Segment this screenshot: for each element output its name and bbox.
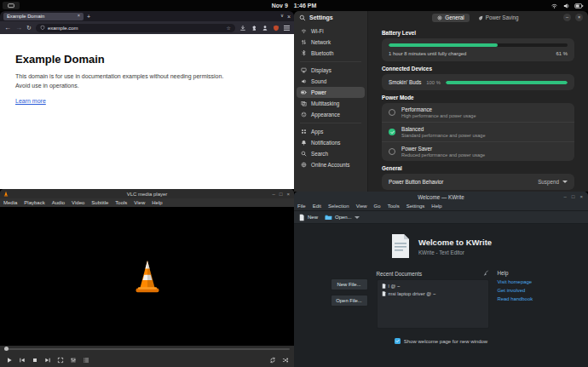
clock[interactable]: Nov 9 1:46 PM xyxy=(0,3,588,9)
radio-power-saver[interactable] xyxy=(389,148,395,155)
downloads-icon[interactable] xyxy=(239,25,246,32)
option-performance[interactable]: Performance High performance and power u… xyxy=(382,103,574,122)
help-link-handbook[interactable]: Read handbook xyxy=(498,296,552,301)
recent-item[interactable]: l @ ~ xyxy=(379,282,487,290)
list-tabs-icon[interactable]: ∨ xyxy=(280,14,284,19)
menu-settings[interactable]: Settings xyxy=(403,204,429,209)
play-button[interactable] xyxy=(3,355,14,365)
vlc-title-bar[interactable]: VLC media player – □ × xyxy=(0,189,294,198)
menu-help[interactable]: Help xyxy=(428,204,445,209)
menu-view[interactable]: View xyxy=(353,204,371,209)
tab-general[interactable]: General xyxy=(432,14,469,22)
browser-tab-bar[interactable]: Example Domain × + ∨ × xyxy=(0,11,294,21)
menu-go[interactable]: Go xyxy=(371,204,384,209)
sidebar-item-apps[interactable]: Apps xyxy=(297,126,365,137)
sidebar-item-search[interactable]: Search xyxy=(297,148,365,159)
video-area[interactable] xyxy=(0,207,294,346)
menu-view[interactable]: View xyxy=(130,200,148,205)
next-button[interactable] xyxy=(42,355,53,365)
option-power-saver[interactable]: Power Saver Reduced performance and powe… xyxy=(382,141,574,161)
power-panel: Battery Level 1 hour 8 minutes until ful… xyxy=(368,24,588,192)
device-progress-track xyxy=(446,81,568,84)
ublock-shield-icon[interactable] xyxy=(273,25,280,32)
menu-playback[interactable]: Playback xyxy=(20,200,48,205)
radio-performance[interactable] xyxy=(389,109,395,116)
checkbox-label: Show welcome page for new window xyxy=(404,339,487,344)
menu-file[interactable]: File xyxy=(294,204,309,209)
menu-subtitle[interactable]: Subtitle xyxy=(88,200,112,205)
sidebar-item-power[interactable]: Power xyxy=(297,87,365,98)
new-document-button[interactable]: New xyxy=(298,214,318,221)
settings-header-bar[interactable]: General Power Saving – × xyxy=(368,11,588,24)
stop-button[interactable] xyxy=(29,355,40,365)
sidebar-item-bluetooth[interactable]: Bluetooth xyxy=(297,48,365,59)
url-bar[interactable]: example.com ☆ xyxy=(36,24,235,32)
sidebar-item-online-accounts[interactable]: Online Accounts xyxy=(297,159,365,170)
recent-documents-list[interactable]: l @ ~ msi laptop driver @ ~ xyxy=(377,279,489,329)
help-link-get-involved[interactable]: Get involved xyxy=(498,288,552,293)
welcome-page-checkbox-row[interactable]: Show welcome page for new window xyxy=(395,338,487,344)
menu-media[interactable]: Media xyxy=(0,200,20,205)
browser-tab[interactable]: Example Domain × xyxy=(3,13,84,20)
previous-button[interactable] xyxy=(16,355,27,365)
sidebar-item-multitasking[interactable]: Multitasking xyxy=(297,98,365,109)
menu-tools[interactable]: Tools xyxy=(112,200,130,205)
vlc-maximize-icon[interactable]: □ xyxy=(280,192,283,197)
sidebar-item-appearance[interactable]: Appearance xyxy=(297,109,365,120)
settings-close-button[interactable]: × xyxy=(575,14,583,21)
menu-selection[interactable]: Selection xyxy=(325,204,353,209)
tab-power-saving[interactable]: Power Saving xyxy=(473,14,524,22)
random-button[interactable] xyxy=(280,355,291,365)
checkbox-checked[interactable] xyxy=(395,338,401,344)
clear-history-icon[interactable] xyxy=(482,270,489,277)
power-button-behavior-dropdown[interactable]: Suspend xyxy=(538,179,568,185)
forward-button[interactable]: → xyxy=(15,25,22,32)
extensions-icon[interactable] xyxy=(251,25,257,32)
kwrite-title-bar[interactable]: Welcome — KWrite – □ × xyxy=(294,192,588,202)
reload-button[interactable]: ↻ xyxy=(26,25,32,31)
recent-item[interactable]: msi laptop driver @ ~ xyxy=(379,290,487,297)
sidebar-item-sound[interactable]: Sound xyxy=(297,76,365,87)
new-file-button[interactable]: New File... xyxy=(331,278,368,290)
menu-tools[interactable]: Tools xyxy=(384,204,403,209)
seek-bar[interactable] xyxy=(0,346,294,353)
account-icon[interactable] xyxy=(262,25,268,32)
vlc-minimize-icon[interactable]: – xyxy=(273,192,275,197)
tab-close-icon[interactable]: × xyxy=(78,14,80,19)
search-icon[interactable] xyxy=(299,14,306,21)
sidebar-item-displays[interactable]: Displays xyxy=(297,65,365,76)
open-file-button[interactable]: Open File... xyxy=(331,295,368,307)
menu-edit[interactable]: Edit xyxy=(309,204,325,209)
system-tray[interactable] xyxy=(551,3,584,9)
help-link-homepage[interactable]: Visit homepage xyxy=(498,279,552,284)
kwrite-close-icon[interactable]: × xyxy=(579,194,583,199)
radio-balanced-selected[interactable] xyxy=(389,129,395,135)
sidebar-item-wifi[interactable]: Wi-Fi xyxy=(297,26,365,37)
menu-video[interactable]: Video xyxy=(68,200,88,205)
menu-audio[interactable]: Audio xyxy=(49,200,68,205)
bookmark-star-icon[interactable]: ☆ xyxy=(227,25,231,31)
window-close-icon[interactable]: × xyxy=(287,14,291,20)
menu-help[interactable]: Help xyxy=(148,200,165,205)
sidebar-item-network[interactable]: Network xyxy=(297,37,365,48)
seek-handle[interactable] xyxy=(4,347,9,351)
vlc-close-icon[interactable]: × xyxy=(286,192,290,197)
extended-settings-button[interactable] xyxy=(67,355,78,365)
sidebar-item-notifications[interactable]: Notifications xyxy=(297,137,365,148)
web-page: Example Domain This domain is for use in… xyxy=(0,34,294,189)
seek-track[interactable] xyxy=(4,348,290,350)
option-balanced[interactable]: Balanced Standard performance and power … xyxy=(382,122,574,141)
kwrite-maximize-icon[interactable]: □ xyxy=(572,194,575,199)
loop-button[interactable] xyxy=(267,355,278,365)
kwrite-minimize-icon[interactable]: – xyxy=(564,194,567,199)
learn-more-link[interactable]: Learn more xyxy=(15,98,46,104)
fullscreen-button[interactable] xyxy=(55,355,66,365)
new-tab-button[interactable]: + xyxy=(87,14,90,20)
back-button[interactable]: ← xyxy=(4,25,11,32)
battery-progress-track xyxy=(389,43,568,47)
power-button-behavior-row[interactable]: Power Button Behavior Suspend xyxy=(382,174,574,190)
open-document-button[interactable]: Open... xyxy=(325,214,360,221)
menu-icon[interactable] xyxy=(284,26,290,26)
settings-minimize-button[interactable]: – xyxy=(563,14,571,21)
playlist-button[interactable] xyxy=(80,355,91,365)
